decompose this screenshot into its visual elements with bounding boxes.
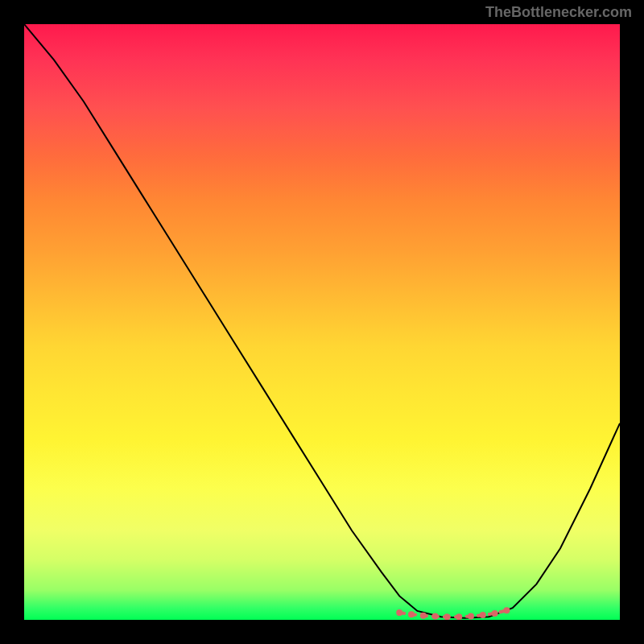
chart-area [24,24,620,620]
watermark-text: TheBottlenecker.com [485,4,632,21]
gradient-background [24,24,620,620]
